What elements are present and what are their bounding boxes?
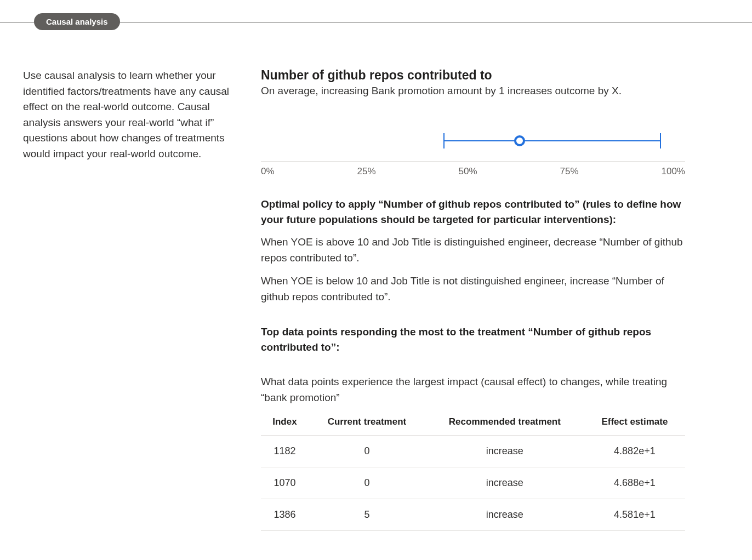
ci-upper-whisker xyxy=(660,133,661,148)
cell-current: 0 xyxy=(309,467,425,499)
ci-point-estimate xyxy=(514,135,525,146)
x-axis-ticks: 0% 25% 50% 75% 100% xyxy=(261,166,685,177)
tick-75: 75% xyxy=(560,166,579,177)
col-recommended: Recommended treatment xyxy=(425,413,584,436)
table-row: 1070 0 increase 4.688e+1 xyxy=(261,467,685,499)
ci-bar xyxy=(443,140,660,141)
tick-100: 100% xyxy=(661,166,685,177)
cell-index: 1182 xyxy=(261,436,309,467)
description-text: Use causal analysis to learn whether you… xyxy=(23,68,241,162)
policy-heading: Optimal policy to apply “Number of githu… xyxy=(261,197,685,227)
cell-current: 0 xyxy=(309,436,425,467)
top-datapoints-table: Index Current treatment Recommended trea… xyxy=(261,413,685,531)
cell-effect: 4.581e+1 xyxy=(584,499,685,531)
col-effect: Effect estimate xyxy=(584,413,685,436)
confidence-interval-chart xyxy=(261,123,685,162)
tick-0: 0% xyxy=(261,166,275,177)
cell-recommended: increase xyxy=(425,467,584,499)
policy-rule-1: When YOE is above 10 and Job Title is di… xyxy=(261,235,685,266)
treatment-title: Number of github repos contributed to xyxy=(261,68,685,83)
top-datapoints-heading: Top data points responding the most to t… xyxy=(261,324,685,355)
cell-effect: 4.688e+1 xyxy=(584,467,685,499)
tab-bar: Causal analysis xyxy=(0,0,752,15)
tick-25: 25% xyxy=(357,166,376,177)
policy-rule-2: When YOE is below 10 and Job Title is no… xyxy=(261,273,685,305)
cell-current: 5 xyxy=(309,499,425,531)
tab-causal-analysis[interactable]: Causal analysis xyxy=(34,13,120,30)
main-panel: Number of github repos contributed to On… xyxy=(261,68,729,531)
cell-index: 1386 xyxy=(261,499,309,531)
top-datapoints-description: What data points experience the largest … xyxy=(261,374,685,405)
col-current: Current treatment xyxy=(309,413,425,436)
col-index: Index xyxy=(261,413,309,436)
cell-effect: 4.882e+1 xyxy=(584,436,685,467)
description-panel: Use causal analysis to learn whether you… xyxy=(23,68,241,531)
table-row: 1386 5 increase 4.581e+1 xyxy=(261,499,685,531)
content-area: Use causal analysis to learn whether you… xyxy=(0,37,752,531)
cell-index: 1070 xyxy=(261,467,309,499)
table-row: 1182 0 increase 4.882e+1 xyxy=(261,436,685,467)
cell-recommended: increase xyxy=(425,436,584,467)
tick-50: 50% xyxy=(459,166,477,177)
treatment-subtitle: On average, increasing Bank promotion am… xyxy=(261,85,685,97)
table-header-row: Index Current treatment Recommended trea… xyxy=(261,413,685,436)
cell-recommended: increase xyxy=(425,499,584,531)
